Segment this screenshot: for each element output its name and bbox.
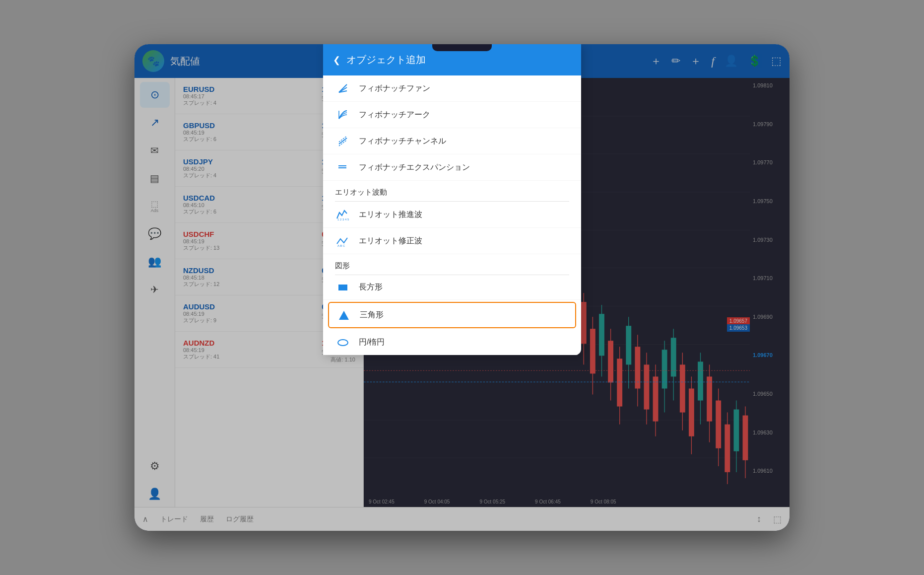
elliott-impulse-label: エリオット推進波 (359, 210, 422, 220)
menu-item-elliott-impulse[interactable]: 1 2 3 4 5 エリオット推進波 (323, 202, 581, 228)
svg-rect-106 (344, 165, 346, 166)
svg-rect-105 (342, 165, 344, 166)
fib-expansion-icon (335, 161, 351, 173)
rectangle-icon (335, 285, 351, 290)
elliott-corrective-icon: A B C (335, 235, 351, 247)
fib-fan-icon (335, 82, 351, 94)
modal-body: フィボナッチファン フィボナッチアーク (323, 75, 581, 355)
svg-rect-110 (344, 167, 346, 168)
svg-rect-109 (342, 167, 344, 168)
fib-arc-icon (335, 109, 351, 121)
ellipse-icon (335, 339, 351, 346)
section-header-elliott: エリオット波動 (323, 181, 581, 201)
fib-arc-label: フィボナッチアーク (359, 110, 430, 120)
menu-item-triangle-wrapper: 三角形 (328, 302, 576, 328)
triangle-icon (336, 311, 352, 320)
fib-fan-label: フィボナッチファン (359, 83, 430, 94)
menu-item-rectangle[interactable]: 長方形 (323, 275, 581, 300)
menu-item-fib-arc[interactable]: フィボナッチアーク (323, 102, 581, 128)
triangle-label: 三角形 (360, 310, 384, 320)
rectangle-label: 長方形 (359, 282, 383, 292)
menu-item-fib-channel[interactable]: フィボナッチチャンネル (323, 128, 581, 154)
menu-item-fib-fan[interactable]: フィボナッチファン (323, 75, 581, 102)
device-frame: 🐾 気配値 ＋ ✏ ＋ f 👤 💲 ⬚ ⊙ ↗ (134, 44, 790, 531)
fib-channel-label: フィボナッチチャンネル (359, 136, 446, 146)
ellipse-label: 円/楕円 (359, 337, 385, 348)
elliott-impulse-icon: 1 2 3 4 5 (335, 209, 351, 220)
svg-rect-104 (340, 165, 342, 166)
app-container: 🐾 気配値 ＋ ✏ ＋ f 👤 💲 ⬚ ⊙ ↗ (134, 44, 790, 531)
section-header-shapes: 図形 (323, 254, 581, 275)
menu-item-triangle[interactable]: 三角形 (329, 303, 575, 327)
svg-rect-108 (340, 167, 342, 168)
modal-back-button[interactable]: ❮ (333, 55, 340, 66)
menu-item-elliott-corrective[interactable]: A B C エリオット修正波 (323, 228, 581, 254)
menu-item-ellipse[interactable]: 円/楕円 (323, 330, 581, 355)
fib-expansion-label: フィボナッチエクスパンション (359, 162, 470, 173)
svg-rect-107 (338, 167, 340, 168)
svg-text:1 2 3 4 5: 1 2 3 4 5 (337, 218, 349, 220)
fib-channel-icon (335, 135, 351, 147)
svg-text:A B C: A B C (337, 244, 345, 247)
elliott-corrective-label: エリオット修正波 (359, 236, 422, 246)
svg-rect-103 (338, 165, 340, 166)
device-notch (432, 44, 492, 51)
modal-title: オブジェクト追加 (346, 53, 426, 67)
add-object-modal: ❮ オブジェクト追加 フィボナッチファン (323, 44, 581, 355)
menu-item-fib-expansion[interactable]: フィボナッチエクスパンション (323, 154, 581, 181)
modal-overlay[interactable]: ❮ オブジェクト追加 フィボナッチファン (134, 44, 790, 531)
